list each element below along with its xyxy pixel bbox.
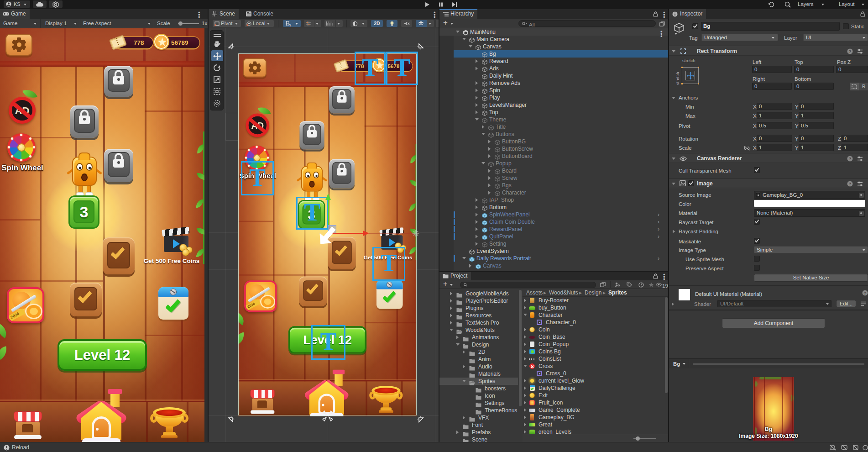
svg-text:?: ? bbox=[849, 49, 852, 54]
svg-text:?: ? bbox=[864, 291, 867, 295]
svg-text:?: ? bbox=[849, 182, 852, 186]
svg-text:?: ? bbox=[849, 157, 852, 161]
svg-text:Y: Y bbox=[289, 23, 291, 27]
